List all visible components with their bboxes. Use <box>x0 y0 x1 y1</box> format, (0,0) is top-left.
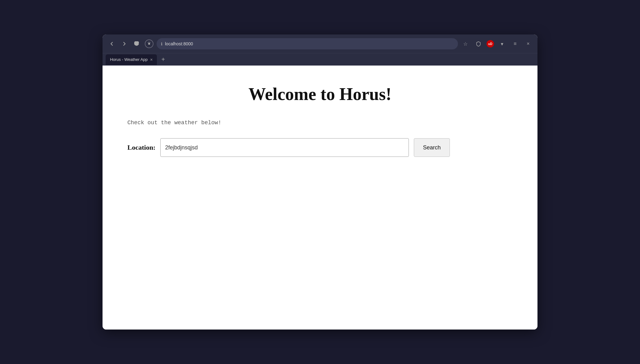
back-button[interactable] <box>107 39 117 49</box>
location-input[interactable] <box>160 138 409 157</box>
browser-chrome: ℹ localhost:8000 ☆ uD ▾ ≡ × Horus - Wea <box>103 34 537 66</box>
browser-logo <box>144 39 154 49</box>
toolbar-right: ☆ uD ▾ ≡ × <box>460 39 533 49</box>
info-icon: ℹ <box>161 42 162 46</box>
ublock-badge[interactable]: uD <box>487 40 494 48</box>
location-row: Location: Search <box>127 138 513 157</box>
location-label: Location: <box>127 143 155 152</box>
browser-window: ℹ localhost:8000 ☆ uD ▾ ≡ × Horus - Wea <box>103 34 537 330</box>
browser-toolbar: ℹ localhost:8000 ☆ uD ▾ ≡ × <box>103 34 537 53</box>
close-window-button[interactable]: × <box>523 39 533 49</box>
tab-title: Horus - Weather App <box>110 57 148 62</box>
shield-button[interactable] <box>473 39 483 49</box>
address-bar[interactable]: ℹ localhost:8000 <box>157 38 458 49</box>
new-tab-button[interactable]: + <box>159 55 167 64</box>
url-display: localhost:8000 <box>165 41 454 46</box>
tab-bar: Horus - Weather App × + <box>103 53 537 66</box>
search-button[interactable]: Search <box>414 138 450 157</box>
tab-close-button[interactable]: × <box>150 57 153 62</box>
svg-point-1 <box>148 43 150 45</box>
menu-button[interactable]: ≡ <box>510 39 520 49</box>
dropdown-button[interactable]: ▾ <box>497 39 507 49</box>
page-title: Welcome to Horus! <box>127 84 513 104</box>
active-tab[interactable]: Horus - Weather App × <box>106 54 157 65</box>
page-subtitle: Check out the weather below! <box>127 120 513 126</box>
page-content: Welcome to Horus! Check out the weather … <box>103 66 537 330</box>
bookmark-button[interactable]: ☆ <box>460 39 470 49</box>
forward-button[interactable] <box>119 39 129 49</box>
reload-button[interactable] <box>132 39 142 49</box>
